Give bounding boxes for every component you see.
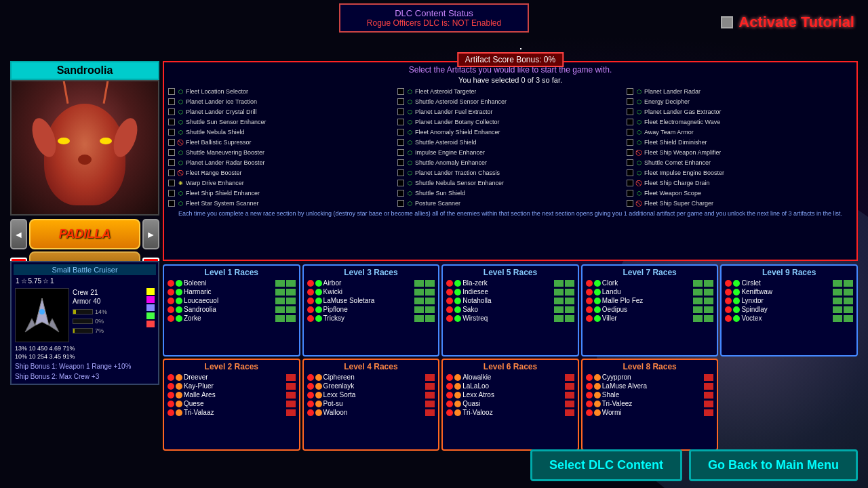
race-item[interactable]: Lexx Atros bbox=[446, 390, 574, 399]
race-btn-green[interactable] bbox=[315, 306, 322, 313]
artifact-checkbox[interactable] bbox=[397, 180, 404, 186]
race-btn-green[interactable] bbox=[454, 280, 461, 287]
race-btn-green[interactable] bbox=[594, 289, 601, 296]
race-btn-green[interactable] bbox=[315, 298, 322, 304]
artifact-checkbox[interactable] bbox=[168, 98, 175, 105]
race-item[interactable]: Quese bbox=[167, 399, 296, 408]
artifact-checkbox[interactable] bbox=[627, 200, 633, 207]
race-item[interactable]: Tri-Valaaz bbox=[167, 408, 296, 417]
race-btn-play[interactable] bbox=[167, 298, 174, 304]
race-btn-play[interactable] bbox=[167, 392, 174, 399]
race-btn-orange[interactable] bbox=[315, 392, 322, 399]
race-item[interactable]: Spindlay bbox=[725, 305, 853, 314]
artifact-item[interactable]: 🚫 Fleet Ship Charge Drain bbox=[625, 178, 854, 188]
race-btn-play[interactable] bbox=[586, 315, 593, 322]
race-item[interactable]: Shale bbox=[586, 390, 714, 399]
race-btn-play[interactable] bbox=[586, 409, 593, 416]
race-btn-green[interactable] bbox=[176, 306, 182, 313]
race-item[interactable]: Tri-Valooz bbox=[446, 408, 574, 417]
race-btn-green[interactable] bbox=[594, 298, 601, 304]
race-item[interactable]: Wormi bbox=[586, 408, 714, 417]
race-btn-play[interactable] bbox=[446, 383, 453, 390]
artifact-item[interactable]: 🚫 Fleet Ship Super Charger bbox=[625, 199, 854, 208]
race-btn-play[interactable] bbox=[167, 306, 174, 313]
artifact-checkbox[interactable] bbox=[168, 169, 175, 176]
race-btn-green[interactable] bbox=[733, 280, 740, 287]
race-btn-play[interactable] bbox=[446, 409, 453, 416]
race-btn-play[interactable] bbox=[586, 298, 593, 304]
race-btn-orange[interactable] bbox=[594, 401, 601, 407]
artifact-item[interactable]: ⬡ Shuttle Asteroid Sensor Enhancer bbox=[396, 97, 625, 106]
artifact-item[interactable]: ⬡ Shuttle Comet Enhancer bbox=[625, 158, 854, 167]
artifact-checkbox[interactable] bbox=[627, 88, 633, 95]
race-btn-play[interactable] bbox=[167, 289, 174, 296]
race-btn-green[interactable] bbox=[176, 289, 182, 296]
race-btn-green[interactable] bbox=[315, 289, 322, 296]
race-item[interactable]: Lexx Sorta bbox=[307, 390, 435, 399]
artifact-checkbox[interactable] bbox=[168, 88, 175, 95]
race-btn-green[interactable] bbox=[733, 315, 740, 322]
artifact-item[interactable]: ⬡ Planet Lander Radar bbox=[625, 87, 854, 96]
race-btn-play[interactable] bbox=[446, 289, 453, 296]
artifact-item[interactable]: ⬡ Shuttle Asteroid Shield bbox=[396, 138, 625, 147]
race-btn-play[interactable] bbox=[586, 392, 593, 399]
race-item[interactable]: LaMuse Alvera bbox=[586, 382, 714, 390]
artifact-checkbox[interactable] bbox=[627, 108, 633, 115]
race-item[interactable]: Harmaric bbox=[167, 287, 296, 296]
race-btn-play[interactable] bbox=[586, 289, 593, 296]
artifact-item[interactable]: ⬡ Posture Scanner bbox=[396, 199, 625, 208]
race-item[interactable]: Cyyppron bbox=[586, 373, 714, 382]
artifact-checkbox[interactable] bbox=[397, 139, 404, 146]
artifact-item[interactable]: ⬡ Planet Lander Ice Traction bbox=[167, 97, 395, 106]
race-item[interactable]: Malle Plo Fez bbox=[586, 296, 714, 305]
race-item[interactable]: Tricksy bbox=[307, 314, 435, 323]
artifact-checkbox[interactable] bbox=[397, 108, 404, 115]
race-btn-orange[interactable] bbox=[176, 401, 182, 407]
race-btn-orange[interactable] bbox=[176, 383, 182, 390]
race-item[interactable]: LaMuse Soletara bbox=[307, 296, 435, 305]
artifact-checkbox[interactable] bbox=[397, 169, 404, 176]
race-btn-play[interactable] bbox=[586, 306, 593, 313]
race-btn-orange[interactable] bbox=[315, 374, 322, 381]
race-item[interactable]: Voctex bbox=[725, 314, 853, 323]
artifact-checkbox[interactable] bbox=[168, 129, 175, 136]
race-btn-play[interactable] bbox=[446, 401, 453, 407]
race-btn-play[interactable] bbox=[167, 280, 174, 287]
race-btn-green[interactable] bbox=[176, 315, 182, 322]
race-btn-orange[interactable] bbox=[594, 383, 601, 390]
artifact-checkbox[interactable] bbox=[168, 139, 175, 146]
artifact-checkbox[interactable] bbox=[397, 129, 404, 136]
race-item[interactable]: Dreever bbox=[167, 373, 296, 382]
race-item[interactable]: LaLaLoo bbox=[446, 382, 574, 390]
race-item[interactable]: Pot-su bbox=[307, 399, 435, 408]
race-btn-play[interactable] bbox=[167, 383, 174, 390]
artifact-item[interactable]: ⬡ Planet Lander Radar Booster bbox=[167, 158, 395, 167]
race-btn-play[interactable] bbox=[167, 315, 174, 322]
artifact-item[interactable]: ⬡ Fleet Anomaly Shield Enhancer bbox=[396, 127, 625, 137]
artifact-item[interactable]: ⬡ Shuttle Sun Sensor Enhancer bbox=[167, 117, 395, 127]
race-btn-orange[interactable] bbox=[315, 401, 322, 407]
race-btn-play[interactable] bbox=[586, 280, 593, 287]
race-item[interactable]: Walloon bbox=[307, 408, 435, 417]
artifact-checkbox[interactable] bbox=[627, 169, 633, 176]
race-btn-orange[interactable] bbox=[454, 374, 461, 381]
race-btn-play[interactable] bbox=[307, 401, 314, 407]
race-btn-play[interactable] bbox=[725, 280, 732, 287]
race-btn-green[interactable] bbox=[176, 280, 182, 287]
race-btn-green[interactable] bbox=[733, 289, 740, 296]
race-btn-play[interactable] bbox=[725, 306, 732, 313]
race-item[interactable]: Pipflone bbox=[307, 305, 435, 314]
race-item[interactable]: Kwicki bbox=[307, 287, 435, 296]
race-item[interactable]: Tri-Valeez bbox=[586, 399, 714, 408]
race-item[interactable]: Notaholla bbox=[446, 296, 574, 305]
race-item[interactable]: Bla-zerk bbox=[446, 279, 574, 287]
race-btn-green[interactable] bbox=[594, 306, 601, 313]
race-item[interactable]: Viller bbox=[586, 314, 714, 323]
race-item[interactable]: Oedipus bbox=[586, 305, 714, 314]
race-item[interactable]: Malle Ares bbox=[167, 390, 296, 399]
race-item[interactable]: Lynxtor bbox=[725, 296, 853, 305]
artifact-item[interactable]: ⬡ Shuttle Nebula Shield bbox=[167, 127, 395, 137]
race-item[interactable]: Kay-Pluer bbox=[167, 382, 296, 390]
race-btn-play[interactable] bbox=[725, 298, 732, 304]
race-btn-green[interactable] bbox=[454, 298, 461, 304]
